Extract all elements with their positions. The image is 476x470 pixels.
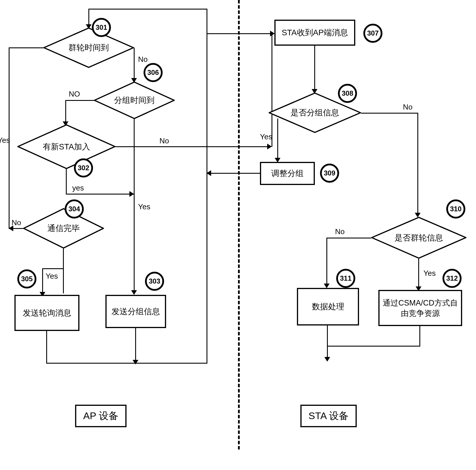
- ref-num: 304: [68, 205, 80, 213]
- ref-num: 310: [450, 205, 462, 213]
- process-adjust-group: 调整分组: [260, 162, 315, 185]
- process-send-poll-msg: 发送轮询消息: [14, 295, 79, 331]
- connector: [327, 325, 328, 359]
- connector: [361, 113, 417, 114]
- connector: [42, 268, 63, 269]
- ref-circle-306: 306: [144, 63, 163, 82]
- arrow-icon: [207, 170, 211, 176]
- connector: [116, 146, 269, 147]
- ref-num: 305: [21, 275, 33, 283]
- process-csma-cd-contention: 通过CSMA/CD方式自由竞争资源: [378, 290, 462, 326]
- edge-label-yes: Yes: [138, 202, 150, 211]
- ref-circle-309: 309: [320, 164, 339, 183]
- device-label-text: AP 设备: [83, 410, 118, 421]
- node-text: 通过CSMA/CD方式自由竞争资源: [381, 298, 460, 319]
- connector: [66, 169, 67, 194]
- node-text: 调整分组: [271, 168, 304, 179]
- edge-label-yes-lower: yes: [72, 184, 84, 193]
- connector: [88, 9, 89, 26]
- arrow-icon: [270, 31, 275, 36]
- arrow-icon: [324, 284, 330, 288]
- decision-packet-time: 分组时间到: [94, 82, 175, 119]
- ref-circle-303: 303: [145, 272, 164, 291]
- connector: [134, 208, 135, 291]
- ref-circle-308: 308: [338, 84, 357, 103]
- process-data-processing: 数据处理: [297, 288, 359, 325]
- connector: [417, 113, 418, 214]
- ref-circle-311: 311: [336, 269, 355, 288]
- process-send-packet-info: 发送分组信息: [105, 295, 166, 328]
- node-text: 发送轮询消息: [23, 308, 71, 319]
- edge-label-no: No: [138, 55, 148, 64]
- connector: [66, 194, 135, 195]
- ref-num: 303: [149, 277, 160, 285]
- ref-circle-310: 310: [446, 199, 465, 219]
- node-text: 通信完毕: [47, 223, 80, 234]
- connector: [207, 33, 272, 34]
- edge-label-no: No: [159, 136, 169, 145]
- connector: [207, 33, 207, 364]
- edge-label-yes: Yes: [423, 269, 436, 278]
- connector: [42, 268, 43, 293]
- edge-label-no: No: [335, 227, 345, 236]
- connector: [326, 238, 371, 238]
- connector: [65, 100, 94, 101]
- node-text: 发送分组信息: [111, 306, 160, 317]
- node-text: 是否分组信息: [291, 107, 339, 118]
- arrow-icon: [267, 144, 272, 149]
- ref-circle-302: 302: [74, 158, 93, 177]
- edge-label-no-upper: NO: [69, 90, 80, 99]
- connector: [418, 259, 419, 288]
- connector: [134, 48, 135, 79]
- ref-num: 306: [147, 69, 159, 77]
- ref-circle-304: 304: [65, 199, 84, 219]
- decision-group-poll-time: 群轮时间到: [43, 27, 134, 68]
- decision-comm-complete: 通信完毕: [23, 208, 104, 249]
- connector: [207, 9, 207, 35]
- connector: [65, 100, 66, 123]
- ref-num: 308: [342, 89, 353, 97]
- connector: [135, 328, 136, 363]
- connector: [46, 331, 47, 363]
- connector: [326, 238, 327, 285]
- ap-device-label: AP 设备: [75, 405, 127, 427]
- process-sta-receive-msg: STA收到AP端消息: [274, 20, 355, 46]
- ref-num: 309: [324, 169, 335, 177]
- decision-is-group-poll-info: 是否群轮信息: [371, 217, 466, 259]
- node-text: 是否群轮信息: [395, 232, 443, 243]
- decision-new-sta-join: 有新STA加入: [17, 124, 116, 169]
- sta-device-label: STA 设备: [300, 405, 357, 427]
- device-label-text: STA 设备: [308, 410, 349, 421]
- ref-circle-301: 301: [92, 18, 111, 37]
- connector: [9, 47, 43, 48]
- connector: [63, 249, 64, 293]
- arrow-icon: [133, 360, 138, 364]
- arrow-icon: [131, 290, 137, 295]
- edge-label-yes: Yes: [46, 272, 58, 281]
- ref-num: 302: [78, 164, 89, 172]
- arrow-icon: [9, 225, 13, 231]
- flowchart-container: 群轮时间到 301 No Yes 分组时间到 306 NO Yes 有新STA加…: [0, 0, 476, 470]
- arrow-icon: [324, 357, 330, 362]
- node-text: 群轮时间到: [68, 42, 109, 53]
- edge-label-yes: Yes: [260, 132, 272, 141]
- edge-label-no: No: [403, 103, 412, 112]
- ref-num: 307: [367, 29, 379, 37]
- divider-line: [238, 0, 240, 449]
- node-text: 分组时间到: [114, 95, 155, 106]
- node-text: 有新STA加入: [43, 141, 90, 152]
- node-text: STA收到AP端消息: [282, 27, 348, 38]
- connector: [419, 326, 420, 346]
- ref-num: 301: [96, 23, 107, 32]
- ref-circle-312: 312: [442, 269, 462, 288]
- connector: [88, 9, 207, 10]
- connector: [314, 46, 315, 90]
- node-text: 数据处理: [312, 301, 344, 312]
- arrow-icon: [129, 191, 134, 197]
- connector: [46, 363, 207, 364]
- connector: [327, 346, 420, 347]
- ref-num: 311: [340, 274, 352, 282]
- ref-num: 312: [446, 274, 458, 282]
- ref-circle-305: 305: [17, 269, 36, 288]
- edge-label-yes: Yes: [0, 136, 10, 145]
